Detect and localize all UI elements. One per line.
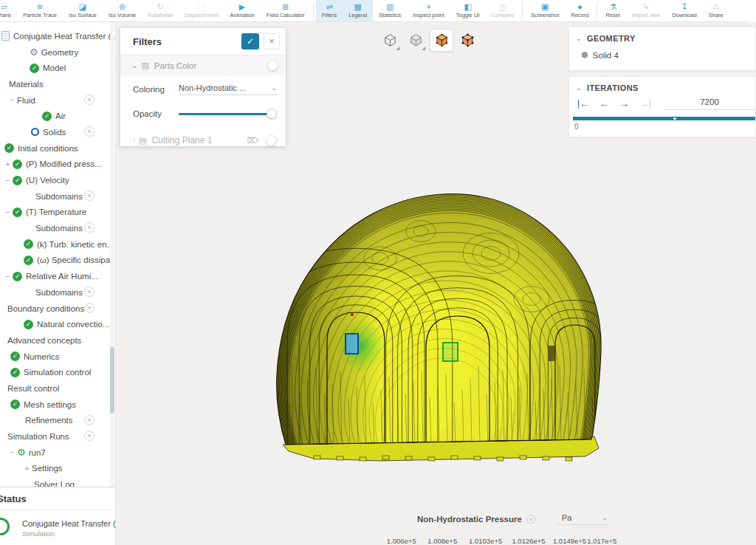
tree-item--p-modified-press[interactable]: +✓(P) Modified press... (0, 157, 111, 173)
chevron-right-icon: › (133, 137, 135, 144)
toolbar-item-toggle-ui[interactable]: ◧Toggle UI (450, 0, 486, 21)
tree-item-conjugate-heat-transfer-i[interactable]: Conjugate Heat Transfer (I... (0, 28, 111, 44)
tree-item-relative-air-humi[interactable]: −✓Relative Air Humi... (0, 268, 111, 284)
toolbar-item-filters[interactable]: ⇌Filters (316, 0, 343, 21)
tree-item-subdomains[interactable]: Subdomains+ (0, 284, 111, 301)
tree-scrollbar[interactable] (110, 22, 114, 487)
expand-icon[interactable]: + (3, 160, 13, 168)
tree-item-fluid[interactable]: −Fluid+ (0, 92, 111, 109)
view-mode-mesh-points-button[interactable] (456, 29, 479, 52)
tree-item-solids[interactable]: Solids+ (0, 124, 111, 140)
check-circle-icon: ✓ (10, 400, 20, 409)
toolbar-item-label: Iso Surface (69, 12, 97, 18)
status-run-title[interactable]: Conjugate Heat Transfer (IB... (22, 519, 130, 528)
toolbar-item-rotational[interactable]: ↻Rotational (142, 0, 179, 21)
toolbar-item-statistics[interactable]: ▥Statistics (373, 0, 407, 21)
toolbar-item-inspect-point[interactable]: ⌖Inspect point (407, 0, 450, 21)
iteration-value-input[interactable]: 7200 (664, 97, 755, 110)
tree-item-settings[interactable]: +Settings (0, 461, 111, 477)
iteration-slider-handle[interactable] (673, 117, 676, 120)
close-button[interactable]: × (264, 33, 280, 49)
geometry-item-solid4[interactable]: ⬢ Solid 4 (581, 50, 755, 60)
toolbar-item-particle-trace[interactable]: ≋Particle Trace (17, 0, 63, 21)
toolbar-item-label: Import view (632, 12, 660, 18)
tree-item-model[interactable]: ✓Model (0, 60, 111, 76)
view-mode-surface-button[interactable]: ◢ (404, 29, 427, 52)
expand-icon[interactable]: + (22, 465, 32, 473)
view-mode-surface-edges-button[interactable] (430, 29, 453, 52)
count-badge[interactable]: + (84, 95, 94, 105)
tree-item-advanced-concepts[interactable]: Advanced concepts (0, 332, 111, 349)
tree-item-subdomains[interactable]: Subdomains+ (0, 188, 111, 205)
count-badge[interactable]: + (84, 415, 94, 425)
tree-item-run7[interactable]: −⚙run7 (0, 445, 111, 461)
tree-item-boundary-conditions[interactable]: Boundary conditions+ (0, 301, 111, 317)
toolbar-item-screenshot[interactable]: ▣Screenshot (525, 0, 565, 21)
tree-item--t-temperature[interactable]: −✓(T) Temperature (0, 205, 111, 221)
first-iteration-button[interactable]: ← (578, 100, 589, 109)
tree-item-result-control[interactable]: Result control (0, 380, 111, 397)
toolbar-item-reset[interactable]: ⚗Reset (599, 0, 626, 21)
tree-item-mesh-settings[interactable]: ✓Mesh settings (0, 397, 111, 413)
tree-item-subdomains[interactable]: Subdomains+ (0, 220, 111, 236)
opacity-slider-knob[interactable] (267, 109, 277, 119)
toolbar-item-legend[interactable]: ▦Legend (343, 0, 373, 21)
toolbar-item-animation[interactable]: ▶Animation (224, 0, 260, 21)
toolbar-item-compare[interactable]: ◫Compare (485, 0, 520, 21)
tree-scrollbar-thumb[interactable] (110, 347, 114, 414)
toolbar-item-plane[interactable]: ▱Plane (0, 0, 17, 21)
tree-item--u-velocity[interactable]: −✓(U) Velocity (0, 172, 111, 188)
count-badge[interactable]: + (84, 303, 94, 313)
cutting-plane-toggle[interactable] (266, 135, 277, 146)
count-badge[interactable]: + (84, 222, 94, 233)
simulation-model-dome[interactable] (269, 188, 609, 473)
collapse-icon[interactable]: − (3, 176, 13, 185)
toolbar-item-field-calculator[interactable]: ⊞Field Calculator (261, 0, 311, 21)
legend-unit-select[interactable]: Pa ⌄ (556, 513, 608, 525)
collapse-icon[interactable]: − (7, 96, 17, 104)
parts-color-toggle[interactable] (267, 60, 278, 71)
count-badge[interactable]: + (84, 126, 94, 137)
legend-settings-icon[interactable]: ≡ (526, 515, 535, 524)
iteration-slider[interactable] (573, 117, 755, 120)
toolbar-item-displacement[interactable]: ⬚Displacement (179, 0, 224, 21)
tree-item-refinements[interactable]: Refinements+ (0, 413, 111, 429)
tree-item-natural-convectio[interactable]: ✓Natural convectio... (0, 316, 111, 332)
toolbar-item-iso-surface[interactable]: ◪Iso Surface (63, 0, 103, 21)
tree-item-label: Boundary conditions (7, 304, 84, 313)
last-iteration-button[interactable]: → (639, 100, 650, 109)
tree-item-solver-log[interactable]: Solver Log (0, 476, 111, 487)
collapse-icon[interactable]: − (3, 272, 13, 281)
parts-color-section[interactable]: ⌄ ▨ Parts Color (120, 55, 286, 75)
status-run-subtitle: Simulation (22, 529, 55, 538)
tree-item-numerics[interactable]: ✓Numerics (0, 349, 111, 365)
coloring-select[interactable]: Non-Hydrostatic ... ⌄ (179, 83, 277, 95)
toolbar-item-download[interactable]: ↧Download (666, 0, 702, 21)
trash-icon[interactable]: ⌦ (247, 136, 258, 145)
opacity-slider[interactable] (179, 109, 277, 119)
tree-item-simulation-runs[interactable]: Simulation Runs+ (0, 428, 111, 445)
toolbar-item-record[interactable]: ●Record (565, 0, 594, 21)
count-badge[interactable]: + (84, 191, 94, 201)
previous-iteration-button[interactable]: ← (599, 100, 609, 109)
count-badge[interactable]: + (84, 431, 94, 441)
next-iteration-button[interactable]: → (619, 100, 629, 109)
toolbar-item-share[interactable]: ∴Share (703, 0, 729, 21)
tree-item-materials[interactable]: Materials (0, 76, 111, 92)
count-badge[interactable]: + (84, 287, 94, 297)
apply-button[interactable]: ✓ (241, 33, 259, 49)
geometry-header[interactable]: ⌄ GEOMETRY (569, 27, 755, 43)
iterations-header[interactable]: ⌄ ITERATIONS (569, 77, 755, 92)
tree-item--k-turb-kinetic-en[interactable]: ✓(k) Turb. kinetic en... (0, 236, 111, 253)
collapse-icon[interactable]: − (7, 448, 17, 456)
cutting-plane-row[interactable]: › ▤ Cutting Plane 1 ⌦ (120, 131, 286, 150)
tree-item--specific-dissipa[interactable]: ✓(ω) Specific dissipa... (0, 253, 111, 269)
toolbar-item-import-view[interactable]: ↳Import view (626, 0, 666, 21)
toolbar-item-iso-volume[interactable]: ⊚Iso Volume (103, 0, 142, 21)
tree-item-initial-conditions[interactable]: ✓Initial conditions (0, 140, 111, 157)
tree-item-geometry[interactable]: ⚙Geometry (0, 44, 111, 61)
view-mode-wireframe-button[interactable]: ◢ (378, 29, 402, 52)
collapse-icon[interactable]: − (3, 208, 13, 216)
tree-item-simulation-control[interactable]: ✓Simulation control (0, 364, 111, 380)
tree-item-air[interactable]: ✓Air (0, 108, 111, 124)
